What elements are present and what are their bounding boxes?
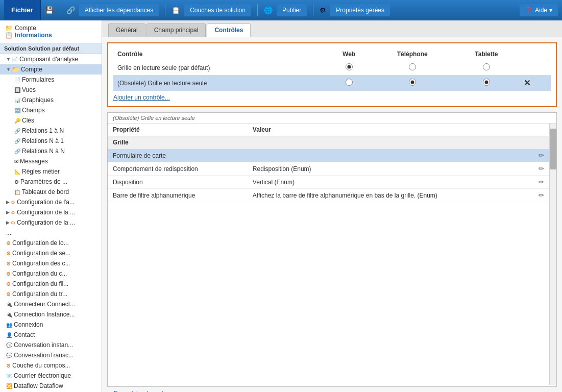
rel-icon (14, 149, 20, 154)
prop-label: Disposition (108, 176, 248, 189)
col-web: Web (327, 48, 371, 60)
flow-icon (6, 383, 12, 389)
sidebar-item-compte[interactable]: ▼ Compte (0, 64, 102, 75)
sidebar-item-label: Courrier électronique (14, 372, 71, 379)
bottom-info-line1[interactable]: Formulaire de carte (114, 390, 167, 392)
sidebar-item-composant[interactable]: ▼ Composant d'analyse (0, 54, 102, 64)
sidebar-item-label: ... (6, 229, 11, 236)
sidebar-item-cfgfi[interactable]: Configuration du fil... (0, 279, 102, 289)
controls-table: Contrôle Web Téléphone Tablette Grille e… (113, 48, 551, 91)
sidebar-item-cles[interactable]: Clés (0, 115, 102, 126)
arrow-icon: ▶ (6, 220, 10, 225)
sidebar-item-dots[interactable]: ... (0, 228, 102, 238)
edit-icon[interactable]: ✏ (539, 191, 544, 199)
cfg-icon (11, 220, 15, 226)
arrow-icon: ▼ (6, 57, 11, 62)
edit-icon[interactable]: ✏ (539, 152, 544, 159)
sidebar-item-courrier[interactable]: Courrier électronique (0, 371, 102, 381)
sidebar-item-label: Configuration de l'a... (17, 199, 75, 206)
web-radio-1[interactable] (327, 60, 371, 76)
sidebar-item-conv2[interactable]: ConversationTransc... (0, 350, 102, 360)
fichier-button[interactable]: Fichier (4, 0, 41, 20)
sidebar-item-contact[interactable]: Contact (0, 330, 102, 340)
sidebar-item-label: Tableaux de bord (22, 188, 69, 195)
tablet-radio-1[interactable] (453, 60, 519, 76)
sidebar-item-rel1n[interactable]: Relations 1 à N (0, 126, 102, 136)
props-section-title: (Obsolète) Grille en lecture seule (108, 113, 556, 124)
param-icon (14, 179, 19, 185)
sidebar-item-tableaux[interactable]: Tableaux de bord (0, 187, 102, 197)
field-icon (14, 108, 20, 113)
mail-icon (6, 373, 12, 379)
sidebar-item-cfgtr[interactable]: Configuration du tr... (0, 289, 102, 299)
sidebar-item-conv1[interactable]: Conversation instan... (0, 340, 102, 350)
edit-icon[interactable]: ✏ (539, 165, 544, 173)
sidebar-item-cfgc[interactable]: Configuration des c... (0, 258, 102, 268)
sidebar-item-couche[interactable]: Couche du compos... (0, 360, 102, 371)
props-table: Propriété Valeur Grille Formu (108, 124, 549, 202)
sidebar-item-params[interactable]: Paramètres de ... (0, 177, 102, 187)
sidebar-item-champs[interactable]: Champs (0, 105, 102, 115)
edit-icon[interactable]: ✏ (539, 178, 544, 186)
sidebar-item-label: Configuration de la ... (17, 209, 75, 216)
sidebar-item-vues[interactable]: Vues (0, 85, 102, 95)
sidebar-item-label: Configuration de la ... (17, 219, 75, 226)
prop-edit[interactable]: ✏ (533, 189, 549, 202)
sidebar-item-conn2[interactable]: Connection Instance... (0, 309, 102, 320)
sidebar-item-cfg3[interactable]: ▶ Configuration de la ... (0, 217, 102, 228)
sidebar-item-label: Paramètres de ... (20, 178, 67, 185)
sidebar-item-label: Relations N à N (22, 148, 65, 155)
tab-champ[interactable]: Champ principal (146, 23, 206, 37)
sidebar-item-cfgse[interactable]: Configuration de se... (0, 248, 102, 258)
sidebar-item-cfgcu[interactable]: Configuration du c... (0, 268, 102, 279)
prop-header-value: Valeur (248, 124, 533, 136)
table-icon (14, 189, 20, 195)
tab-general[interactable]: Général (108, 23, 145, 37)
sidebar-item-cfg2[interactable]: ▶ Configuration de la ... (0, 207, 102, 217)
solution-layers-button[interactable]: Couches de solution (184, 4, 251, 16)
cfg-icon (6, 271, 11, 277)
sidebar-item-label: Connection Instance... (14, 311, 75, 318)
cfg-icon (11, 210, 15, 215)
table-row[interactable]: Formulaire de carte ✏ (108, 149, 549, 162)
scrollbar-thumb[interactable] (550, 129, 556, 169)
sidebar-item-conn1[interactable]: Connecteur Connect... (0, 299, 102, 309)
tablet-radio-2[interactable] (453, 75, 519, 91)
delete-button[interactable]: ✕ (524, 79, 530, 87)
sidebar-item-cfglo[interactable]: Configuration de lo... (0, 238, 102, 248)
sidebar-item-messages[interactable]: Messages (0, 156, 102, 166)
table-row[interactable]: Grille en lecture seule (par défaut) (113, 60, 551, 76)
separator-3 (257, 4, 258, 16)
table-row[interactable]: Disposition Vertical (Enum) ✏ (108, 176, 549, 189)
show-dependencies-button[interactable]: Afficher les dépendances (79, 4, 159, 16)
sidebar-item-relnn[interactable]: Relations N à N (0, 146, 102, 156)
sidebar-item-label: Relations 1 à N (22, 127, 64, 134)
managed-properties-button[interactable]: Propriétés gérées (330, 4, 390, 16)
phone-radio-2[interactable] (371, 75, 453, 91)
prop-edit[interactable]: ✏ (533, 149, 549, 162)
add-control-link[interactable]: Ajouter un contrôle... (113, 94, 170, 101)
col-controle: Contrôle (113, 48, 327, 60)
radio-dot (483, 63, 490, 70)
sidebar-item-graphiques[interactable]: Graphiques (0, 95, 102, 105)
save-icon: 💾 (45, 6, 54, 14)
prop-edit[interactable]: ✏ (533, 176, 549, 189)
publish-button[interactable]: Publier (277, 4, 307, 16)
sidebar-item-label: Configuration de se... (12, 250, 70, 257)
sidebar-item-dataflow1[interactable]: Dataflow Dataflow (0, 381, 102, 391)
help-button[interactable]: ❓ Aide ▾ (520, 4, 558, 16)
phone-radio-1[interactable] (371, 60, 453, 76)
web-radio-2[interactable] (327, 75, 371, 91)
sidebar-item-formulaires[interactable]: Formulaires (0, 75, 102, 85)
tab-controles[interactable]: Contrôles (207, 23, 251, 37)
prop-edit[interactable]: ✏ (533, 162, 549, 176)
scrollbar[interactable] (549, 124, 556, 385)
sidebar-item-connexion[interactable]: Connexion (0, 320, 102, 330)
sidebar-item-cfg1[interactable]: ▶ Configuration de l'a... (0, 197, 102, 207)
table-row[interactable]: Barre de filtre alphanumérique Affichez … (108, 189, 549, 202)
table-row[interactable]: (Obsolète) Grille en lecture seule ✕ (113, 75, 551, 91)
sidebar-item-reln1[interactable]: Relations N à 1 (0, 136, 102, 146)
sidebar-item-regles[interactable]: Règles métier (0, 166, 102, 177)
table-row[interactable]: Comportement de redisposition Redisposit… (108, 162, 549, 176)
control-label: Grille en lecture seule (par défaut) (113, 60, 327, 76)
